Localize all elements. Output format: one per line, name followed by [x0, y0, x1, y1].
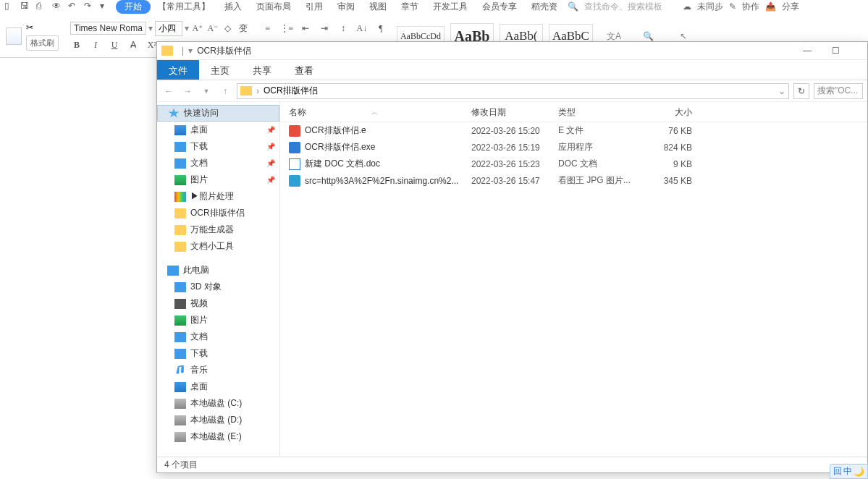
tab-review[interactable]: 审阅 — [330, 1, 362, 13]
nav-back-button[interactable]: ← — [161, 84, 176, 98]
qat-dropdown-icon[interactable]: ▾ — [100, 1, 111, 12]
bold-button[interactable]: B — [70, 39, 83, 52]
folder-icon — [174, 208, 186, 219]
sort-indicator-icon[interactable]: ︿ — [371, 108, 378, 117]
sort-icon[interactable]: A↓ — [355, 22, 368, 35]
coop-label[interactable]: 协作 — [742, 1, 759, 13]
search-icon[interactable]: 🔍 — [568, 1, 578, 12]
qat-save-icon[interactable]: 🖫 — [20, 1, 32, 12]
file-row[interactable]: 新建 DOC 文档.doc 2022-03-26 15:23 DOC 文档 9 … — [280, 156, 867, 172]
nav-drive-c[interactable]: 本地磁盘 (C:) — [157, 395, 279, 412]
nav-drive-d[interactable]: 本地磁盘 (D:) — [157, 412, 279, 428]
file-row[interactable]: OCR排版伴侣.e 2022-03-26 15:20 E 文件 76 KB — [280, 122, 867, 139]
nav-this-pc[interactable]: 此电脑 — [157, 262, 279, 279]
tab-template[interactable]: 稻壳资 — [524, 1, 565, 13]
file-list-header[interactable]: 名称︿ 修改日期 类型 大小 — [280, 102, 867, 122]
nav-downloads2[interactable]: 下载 — [157, 345, 279, 362]
refresh-button[interactable]: ↻ — [793, 83, 809, 99]
menu-file[interactable]: 文件 — [157, 60, 199, 80]
menu-home[interactable]: 主页 — [199, 60, 241, 80]
addr-dropdown-icon[interactable]: ⌄ — [778, 86, 785, 96]
nav-videos[interactable]: 视频 — [157, 295, 279, 312]
tab-start[interactable]: 开始 — [116, 0, 151, 14]
nav-music[interactable]: 音乐 — [157, 362, 279, 378]
nav-doctool-folder[interactable]: 文档小工具 — [157, 238, 279, 255]
show-marks-icon[interactable]: ¶ — [374, 22, 387, 35]
tab-common-tools[interactable]: 【常用工具】 — [151, 1, 217, 13]
maximize-button[interactable]: ☐ — [829, 46, 843, 56]
header-date[interactable]: 修改日期 — [471, 106, 558, 119]
minimize-button[interactable]: — — [800, 46, 814, 56]
tab-view[interactable]: 视图 — [362, 1, 394, 13]
nav-documents2[interactable]: 文档 — [157, 328, 279, 345]
nav-up-button[interactable]: ↑ — [218, 84, 232, 98]
phonetic-icon[interactable]: 变 — [237, 22, 250, 35]
tab-vip[interactable]: 会员专享 — [475, 1, 524, 13]
menu-view[interactable]: 查看 — [283, 60, 325, 80]
nav-quick-access[interactable]: 快速访问 — [157, 105, 279, 122]
close-button[interactable] — [857, 46, 863, 56]
nav-desktop[interactable]: 桌面📌 — [157, 122, 279, 138]
nav-recent-dropdown[interactable]: ▼ — [199, 84, 214, 98]
nav-downloads[interactable]: 下载📌 — [157, 138, 279, 155]
search-placeholder[interactable]: 查找命令、搜索模板 — [584, 1, 662, 13]
tab-section[interactable]: 章节 — [394, 1, 426, 13]
shrink-font-icon[interactable]: A⁻ — [206, 22, 219, 35]
file-row[interactable]: src=http%3A%2F%2Fn.sinaimg.cn%2... 2022-… — [280, 172, 867, 189]
explorer-titlebar[interactable]: | ▾ OCR排版伴侣 — ☐ — [157, 42, 867, 60]
menu-share[interactable]: 共享 — [241, 60, 283, 80]
search-input[interactable]: 搜索"OC... — [814, 83, 863, 99]
strike-icon[interactable]: A̶ — [127, 39, 140, 52]
navigation-pane[interactable]: 快速访问 桌面📌 下载📌 文档📌 图片📌 ▶照片处理 OCR排版伴侣 万能生成器… — [157, 102, 280, 457]
indent-dec-icon[interactable]: ⇤ — [299, 22, 312, 35]
nav-pictures[interactable]: 图片📌 — [157, 171, 279, 188]
word-menu-bar: ▯ 🖫 ⎙ 👁 ↶ ↷ ▾ 开始 【常用工具】 插入 页面布局 引用 审阅 视图… — [0, 0, 799, 13]
nav-drive-e[interactable]: 本地磁盘 (E:) — [157, 428, 279, 445]
qat-file-icon[interactable]: ▯ — [4, 1, 16, 12]
file-row[interactable]: OCR排版伴侣.exe 2022-03-26 15:19 应用程序 824 KB — [280, 139, 867, 156]
qat-redo-icon[interactable]: ↷ — [84, 1, 96, 12]
header-name[interactable]: 名称 — [289, 106, 306, 119]
nav-pictures2[interactable]: 图片 — [157, 312, 279, 328]
font-size-select[interactable]: 小四 — [155, 21, 182, 36]
nav-forward-button[interactable]: → — [180, 84, 195, 98]
unsync-label[interactable]: 未同步 — [697, 1, 723, 13]
indent-inc-icon[interactable]: ⇥ — [318, 22, 331, 35]
pin-icon: 📌 — [266, 143, 275, 151]
nav-desktop2[interactable]: 桌面 — [157, 378, 279, 395]
header-type[interactable]: 类型 — [558, 106, 641, 119]
underline-button[interactable]: U — [108, 39, 121, 52]
tab-insert[interactable]: 插入 — [217, 1, 249, 13]
italic-button[interactable]: I — [89, 39, 102, 52]
chevron-right-icon[interactable]: › — [256, 86, 259, 96]
nav-photo-process[interactable]: ▶照片处理 — [157, 188, 279, 205]
file-list-pane[interactable]: 名称︿ 修改日期 类型 大小 OCR排版伴侣.e 2022-03-26 15:2… — [280, 102, 867, 457]
cut-icon[interactable]: ✂ — [26, 22, 59, 33]
qat-print-icon[interactable]: ⎙ — [36, 1, 48, 12]
grow-font-icon[interactable]: A⁺ — [191, 22, 204, 35]
qat-undo-icon[interactable]: ↶ — [68, 1, 80, 12]
share-label[interactable]: 分享 — [782, 1, 799, 13]
tab-references[interactable]: 引用 — [298, 1, 330, 13]
paste-button[interactable] — [6, 27, 22, 45]
address-bar[interactable]: › OCR排版伴侣 ⌄ — [237, 83, 789, 99]
nav-ocr-folder[interactable]: OCR排版伴侣 — [157, 205, 279, 221]
nav-documents[interactable]: 文档📌 — [157, 155, 279, 171]
tab-developer[interactable]: 开发工具 — [426, 1, 475, 13]
pin-icon: 📌 — [266, 176, 275, 184]
pin-icon: 📌 — [266, 159, 275, 167]
font-name-select[interactable]: Times New Roma — [70, 22, 146, 35]
format-painter-button[interactable]: 格式刷 — [26, 35, 59, 51]
header-size[interactable]: 大小 — [641, 106, 692, 119]
nav-generator-folder[interactable]: 万能生成器 — [157, 221, 279, 238]
tab-layout[interactable]: 页面布局 — [249, 1, 298, 13]
qat-preview-icon[interactable]: 👁 — [52, 1, 64, 12]
breadcrumb[interactable]: OCR排版伴侣 — [264, 85, 318, 97]
line-spacing-icon[interactable]: ↕ — [337, 22, 350, 35]
clear-format-icon[interactable]: ◇ — [222, 22, 235, 35]
drive-icon — [174, 399, 186, 409]
nav-3d-objects[interactable]: 3D 对象 — [157, 279, 279, 295]
numbering-icon[interactable]: ⋮≡ — [280, 22, 293, 35]
ime-indicator[interactable]: 回 中 🌙 — [830, 464, 868, 479]
bullets-icon[interactable]: ≡ — [261, 22, 274, 35]
